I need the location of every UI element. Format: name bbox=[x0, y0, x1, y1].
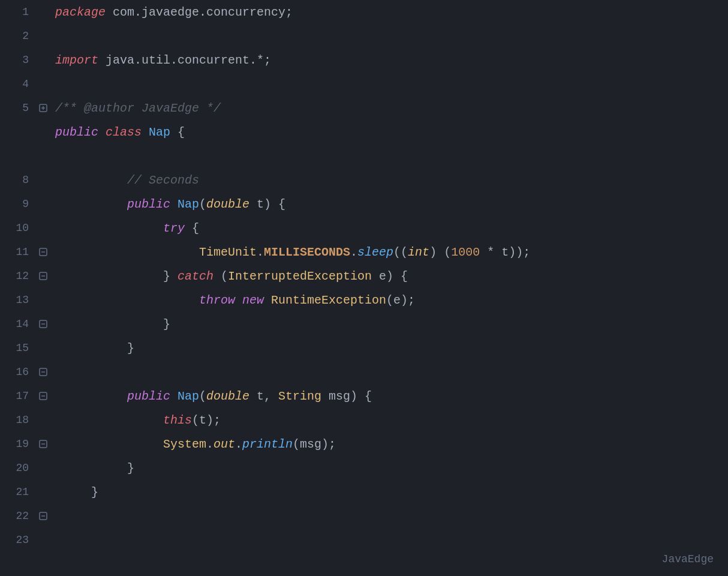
line-num-17: 17 bbox=[0, 384, 36, 408]
code-line-8: public class Nap { bbox=[55, 120, 728, 144]
fold-marker-11[interactable] bbox=[38, 247, 48, 257]
code-line-19: public Nap(double t, String msg) { bbox=[55, 384, 728, 408]
class-runtime-exception: RuntimeException bbox=[271, 293, 386, 307]
keyword-catch: catch bbox=[178, 269, 213, 283]
line-num-1: 1 bbox=[0, 0, 36, 24]
type-double-2: double bbox=[206, 389, 249, 403]
line-num-20: 20 bbox=[0, 456, 36, 480]
code-line-18 bbox=[55, 360, 728, 384]
type-double-1: double bbox=[206, 197, 249, 211]
line-num-2: 2 bbox=[0, 24, 36, 48]
fold-gutter bbox=[36, 0, 49, 576]
line-num-15: 15 bbox=[0, 336, 36, 360]
comment-seconds: // Seconds bbox=[127, 173, 199, 187]
code-line-20: this(t); bbox=[55, 408, 728, 432]
code-line-11: public Nap(double t) { bbox=[55, 192, 728, 216]
method-nap-2: Nap bbox=[178, 389, 199, 403]
field-out: out bbox=[213, 437, 235, 451]
keyword-new: new bbox=[242, 293, 264, 307]
code-line-21: System.out.println(msg); bbox=[55, 432, 728, 456]
code-line-10: // Seconds bbox=[55, 168, 728, 192]
keyword-class: class bbox=[106, 125, 142, 139]
line-num-9: 9 bbox=[0, 192, 36, 216]
classname-nap: Nap bbox=[149, 125, 170, 139]
keyword-try: try bbox=[163, 221, 185, 235]
code-line-9 bbox=[55, 144, 728, 168]
code-line-5: /** @author JavaEdge */ bbox=[55, 96, 728, 120]
line-num-8: 8 bbox=[0, 168, 36, 192]
code-line-2 bbox=[55, 24, 728, 48]
method-sleep: sleep bbox=[357, 245, 393, 259]
keyword-throw: throw bbox=[199, 293, 235, 307]
line-num-5: 5 bbox=[0, 96, 36, 120]
type-int: int bbox=[408, 245, 429, 259]
fold-marker-12[interactable] bbox=[38, 271, 48, 281]
code-line-14: } catch (InterruptedException e) { bbox=[55, 264, 728, 288]
keyword-import: import bbox=[55, 53, 98, 67]
line-num-19: 19 bbox=[0, 432, 36, 456]
method-println: println bbox=[242, 437, 293, 451]
fold-marker-16[interactable] bbox=[38, 367, 48, 377]
type-string: String bbox=[278, 389, 321, 403]
line-num-4: 4 bbox=[0, 72, 36, 96]
keyword-package: package bbox=[55, 5, 106, 19]
code-line-12: try { bbox=[55, 216, 728, 240]
line-numbers: 1 2 3 4 5 6 7 8 9 10 11 12 13 14 15 16 1… bbox=[0, 0, 36, 576]
code-line-15: throw new RuntimeException(e); bbox=[55, 288, 728, 312]
comment-author: /** @author JavaEdge */ bbox=[55, 101, 221, 115]
keyword-this: this bbox=[163, 413, 192, 427]
code-editor: 1 2 3 4 5 6 7 8 9 10 11 12 13 14 15 16 1… bbox=[0, 0, 728, 576]
code-line-17: } bbox=[55, 336, 728, 360]
code-line-3: import java.util.concurrent.*; bbox=[55, 48, 728, 72]
line-num-13: 13 bbox=[0, 288, 36, 312]
class-interrupted-exception: InterruptedException bbox=[228, 269, 372, 283]
line-num-14: 14 bbox=[0, 312, 36, 336]
fold-marker-5[interactable] bbox=[38, 103, 48, 113]
code-line-4 bbox=[55, 72, 728, 96]
keyword-public-2: public bbox=[127, 197, 170, 211]
code-line-22: } bbox=[55, 456, 728, 480]
line-num-12: 12 bbox=[0, 264, 36, 288]
number-1000: 1000 bbox=[451, 245, 480, 259]
class-system: System bbox=[163, 437, 206, 451]
method-nap-1: Nap bbox=[178, 197, 199, 211]
watermark: JavaEdge bbox=[662, 553, 714, 565]
constant-milliseconds: MILLISECONDS bbox=[264, 245, 350, 259]
line-num-10: 10 bbox=[0, 216, 36, 240]
line-num-3: 3 bbox=[0, 48, 36, 72]
line-num-18: 18 bbox=[0, 408, 36, 432]
class-timeunit: TimeUnit bbox=[199, 245, 257, 259]
code-line-23: } bbox=[55, 480, 728, 504]
code-line-13: TimeUnit.MILLISECONDS.sleep((int) (1000 … bbox=[55, 240, 728, 264]
fold-marker-17[interactable] bbox=[38, 391, 48, 401]
fold-marker-22[interactable] bbox=[38, 511, 48, 521]
keyword-public-1: public bbox=[55, 125, 98, 139]
code-line-1: package com.javaedge.concurrency; bbox=[55, 0, 728, 24]
keyword-public-3: public bbox=[127, 389, 170, 403]
line-num-16: 16 bbox=[0, 360, 36, 384]
fold-marker-14[interactable] bbox=[38, 319, 48, 329]
line-num-11: 11 bbox=[0, 240, 36, 264]
line-num-22: 22 bbox=[0, 504, 36, 528]
line-num-21: 21 bbox=[0, 480, 36, 504]
line-num-23: 23 bbox=[0, 528, 36, 552]
fold-marker-19[interactable] bbox=[38, 439, 48, 449]
code-line-16: } bbox=[55, 312, 728, 336]
code-content: package com.javaedge.concurrency; import… bbox=[49, 0, 728, 576]
